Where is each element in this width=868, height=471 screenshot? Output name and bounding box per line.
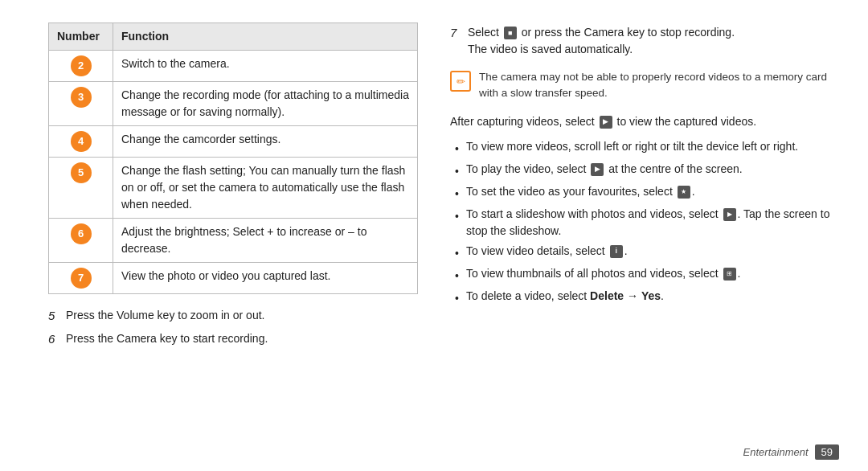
after-capture-1: After capturing videos, select: [450, 115, 598, 128]
bullet-4: • To start a slideshow with photos and v…: [455, 206, 839, 240]
step7: 7 Select ■ or press the Camera key to st…: [450, 24, 839, 58]
step7-text3: The video is saved automatically.: [468, 43, 633, 55]
grid-icon: ⊞: [723, 268, 736, 281]
play-icon-2: ▶: [591, 163, 604, 176]
func-cell: Switch to the camera.: [113, 51, 418, 82]
fav-icon: ★: [678, 186, 690, 199]
bullet-2: • To play the video, select ▶ at the cen…: [455, 161, 839, 180]
bullet-dot-7: •: [455, 290, 461, 307]
table-row: 7 View the photo or video you captured l…: [49, 263, 418, 294]
function-table: Number Function 2 Switch to the camera. …: [48, 23, 418, 294]
right-column: 7 Select ■ or press the Camera key to st…: [450, 23, 839, 455]
bullet-text-5: To view video details, select i.: [466, 243, 628, 260]
after-capture-text: After capturing videos, select ▶ to view…: [450, 113, 839, 130]
bullet-dot-3: •: [455, 186, 461, 203]
bullet-dot-1: •: [455, 141, 461, 158]
bullet-text-4: To start a slideshow with photos and vid…: [466, 206, 839, 240]
info-icon: i: [610, 245, 623, 258]
play-inline-icon: ▶: [600, 116, 612, 129]
step-text: Press the Volume key to zoom in or out.: [66, 307, 264, 324]
func-cell: Adjust the brightness; Select + to incre…: [113, 219, 418, 263]
bullet-dot-2: •: [455, 163, 461, 180]
step-item: 6 Press the Camera key to start recordin…: [48, 330, 418, 349]
num-cell: 4: [49, 126, 113, 158]
step-num: 5: [48, 307, 59, 326]
bullet-text-2: To play the video, select ▶ at the centr…: [466, 161, 743, 178]
footer-page-num: 59: [815, 444, 839, 460]
bullet-dot-5: •: [455, 245, 461, 262]
after-capture-2: to view the captured videos.: [614, 115, 756, 128]
step7-num: 7: [450, 24, 461, 43]
bullet-3: • To set the video as your favourites, s…: [455, 183, 839, 203]
step-num: 6: [48, 330, 59, 349]
func-cell: Change the recording mode (for attaching…: [113, 82, 418, 126]
bottom-steps: 5 Press the Volume key to zoom in or out…: [48, 307, 418, 348]
step-item: 5 Press the Volume key to zoom in or out…: [48, 307, 418, 326]
bullet-text-3: To set the video as your favourites, sel…: [466, 183, 695, 200]
page-container: Number Function 2 Switch to the camera. …: [0, 0, 868, 471]
note-icon: [450, 71, 471, 92]
num-badge: 3: [71, 87, 92, 108]
num-cell: 7: [49, 263, 113, 294]
bullet-text-6: To view thumbnails of all photos and vid…: [466, 265, 740, 282]
func-cell: Change the flash setting; You can manual…: [113, 158, 418, 219]
num-badge: 5: [71, 162, 92, 183]
step7-text2: or press the Camera key to stop recordin…: [518, 26, 735, 39]
table-row: 5 Change the flash setting; You can manu…: [49, 158, 418, 219]
table-row: 2 Switch to the camera.: [49, 51, 418, 82]
num-badge: 4: [71, 131, 92, 152]
step7-text1: Select: [468, 26, 502, 39]
bullet-text-1: To view more videos, scroll left or righ…: [466, 138, 798, 155]
bullet-text-7: To delete a video, select Delete → Yes.: [466, 288, 664, 305]
func-cell: Change the camcorder settings.: [113, 126, 418, 158]
num-cell: 6: [49, 219, 113, 263]
table-row: 3 Change the recording mode (for attachi…: [49, 82, 418, 126]
stop-icon: ■: [504, 27, 517, 39]
num-badge: 6: [71, 223, 92, 244]
table-row: 6 Adjust the brightness; Select + to inc…: [49, 219, 418, 263]
note-text: The camera may not be able to properly r…: [479, 69, 839, 102]
num-cell: 5: [49, 158, 113, 219]
bullet-list: • To view more videos, scroll left or ri…: [450, 138, 839, 307]
num-badge: 2: [71, 55, 92, 76]
step-text: Press the Camera key to start recording.: [66, 330, 268, 347]
page-footer: Entertainment 59: [743, 444, 839, 460]
func-cell: View the photo or video you captured las…: [113, 263, 418, 294]
bullet-1: • To view more videos, scroll left or ri…: [455, 138, 839, 158]
col-header-number: Number: [49, 23, 113, 51]
note-box: The camera may not be able to properly r…: [450, 66, 839, 105]
table-row: 4 Change the camcorder settings.: [49, 126, 418, 158]
bullet-5: • To view video details, select i.: [455, 243, 839, 262]
col-header-function: Function: [113, 23, 418, 51]
footer-label: Entertainment: [743, 446, 809, 458]
num-badge: 7: [71, 268, 92, 289]
bullet-7: • To delete a video, select Delete → Yes…: [455, 288, 839, 307]
num-cell: 3: [49, 82, 113, 126]
left-column: Number Function 2 Switch to the camera. …: [48, 23, 418, 455]
num-cell: 2: [49, 51, 113, 82]
slideshow-icon: ▶: [723, 208, 736, 221]
bullet-dot-6: •: [455, 268, 461, 285]
bullet-dot-4: •: [455, 208, 461, 225]
step7-text: Select ■ or press the Camera key to stop…: [468, 24, 839, 58]
bullet-6: • To view thumbnails of all photos and v…: [455, 265, 839, 285]
